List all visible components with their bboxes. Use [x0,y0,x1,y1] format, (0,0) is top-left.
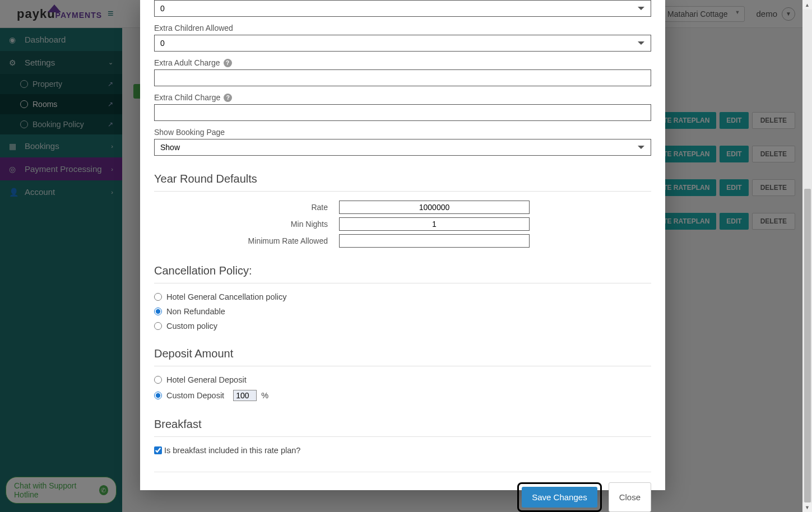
rate-label: Rate [154,203,339,212]
help-icon[interactable]: ? [224,59,232,67]
min-rate-input[interactable] [339,234,530,248]
breakfast-checkbox[interactable] [154,446,162,454]
scroll-up-icon[interactable]: ▲ [802,0,812,10]
deposit-custom-radio[interactable] [154,392,162,399]
cancel-general-label: Hotel General Cancellation policy [166,292,286,301]
page-scrollbar[interactable]: ▲ ▼ [802,0,812,512]
breakfast-heading: Breakfast [154,418,651,431]
divider [154,436,651,437]
divider [154,191,651,192]
cancel-general-radio[interactable] [154,293,162,301]
extra-adult-charge-label: Extra Adult Charge ? [154,58,651,67]
deposit-heading: Deposit Amount [154,347,651,360]
extra-adult-charge-input[interactable] [154,69,651,86]
deposit-percent-input[interactable] [233,390,257,401]
cancel-nonrefundable-label: Non Refundable [166,307,225,316]
show-booking-label: Show Booking Page [154,128,651,137]
close-modal-button[interactable]: Close [609,482,651,512]
extra-child-charge-label: Extra Child Charge ? [154,93,651,102]
cancel-custom-radio[interactable] [154,322,162,330]
extra-adults-select[interactable]: 0 [154,0,651,17]
min-nights-label: Min Nights [154,220,339,229]
deposit-general-radio[interactable] [154,376,162,384]
cancellation-heading: Cancellation Policy: [154,264,651,277]
cancel-custom-label: Custom policy [166,322,217,331]
divider [154,366,651,366]
rateplan-modal: 0 Extra Children Allowed 0 Extra Adult C… [140,0,665,490]
cancel-nonrefundable-radio[interactable] [154,308,162,315]
year-round-heading: Year Round Defaults [154,173,651,185]
min-rate-label: Minimum Rate Allowed [154,236,339,245]
save-highlight-box: Save Changes [517,482,601,512]
extra-child-charge-input[interactable] [154,104,651,121]
show-booking-select[interactable]: Show [154,139,651,156]
deposit-general-label: Hotel General Deposit [166,375,247,384]
breakfast-label: Is breakfast included in this rate plan? [164,446,300,455]
scroll-down-icon[interactable]: ▼ [802,502,812,512]
extra-children-label: Extra Children Allowed [154,24,651,32]
save-changes-button[interactable]: Save Changes [522,487,597,508]
help-icon[interactable]: ? [224,94,232,102]
extra-children-select[interactable]: 0 [154,35,651,52]
scroll-thumb[interactable] [804,189,811,502]
deposit-custom-label: Custom Deposit [166,391,224,400]
deposit-percent-symbol: % [261,391,268,400]
min-nights-input[interactable] [339,217,530,231]
divider [154,283,651,283]
rate-input[interactable] [339,201,530,214]
